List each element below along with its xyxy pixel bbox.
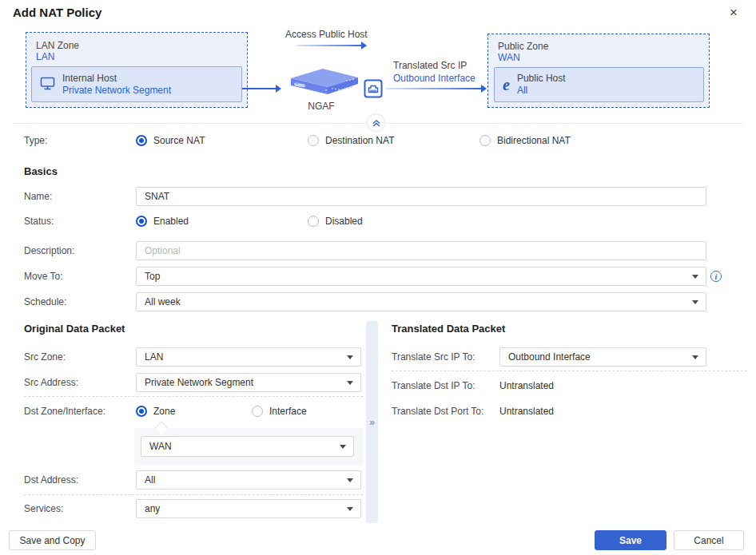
device-to-public-arrow [386, 88, 485, 89]
src-zone-value: LAN [145, 351, 163, 363]
save-and-copy-button[interactable]: Save and Copy [9, 530, 96, 550]
radio-disabled[interactable]: Disabled [308, 215, 363, 228]
dst-zone-interface-label: Dst Zone/Interface: [24, 406, 105, 417]
services-select[interactable]: any [136, 499, 361, 518]
lan-to-device-arrow [242, 88, 280, 89]
callout-notch [155, 422, 169, 435]
name-input[interactable] [136, 187, 706, 206]
description-input[interactable] [136, 241, 706, 260]
name-label: Name: [24, 191, 52, 202]
translate-dst-port-value: Untranslated [499, 406, 554, 417]
schedule-select[interactable]: All week [136, 292, 706, 311]
radio-destination-nat[interactable]: Destination NAT [308, 134, 394, 147]
device-label: NGAF [278, 101, 364, 112]
close-icon[interactable]: × [730, 6, 738, 19]
ngaf-device-illustration [280, 67, 363, 103]
ethernet-port-icon [364, 79, 383, 101]
src-zone-label: Src Zone: [24, 351, 66, 363]
radio-zone[interactable]: Zone [136, 405, 175, 418]
cancel-button[interactable]: Cancel [674, 530, 744, 550]
internal-host-box: Internal Host Private Network Segment [31, 66, 242, 102]
internal-host-title: Internal Host [62, 73, 171, 85]
move-to-label: Move To: [24, 271, 62, 282]
src-address-label: Src Address: [24, 377, 78, 388]
translate-src-ip-label: Translate Src IP To: [392, 351, 475, 363]
translate-dst-ip-label: Translate Dst IP To: [392, 380, 475, 391]
src-address-value: Private Network Segment [145, 377, 253, 388]
translate-src-ip-value: Outbound Interface [508, 351, 591, 363]
src-zone-select[interactable]: LAN [136, 347, 361, 367]
move-to-value: Top [145, 271, 160, 282]
radio-icon [136, 135, 147, 146]
translate-dst-ip-value: Untranslated [499, 380, 554, 391]
radio-icon [308, 135, 319, 146]
chevron-double-up-icon [372, 118, 381, 128]
public-host-name: All [517, 85, 566, 97]
radio-label: Zone [153, 406, 175, 417]
status-label: Status: [24, 216, 54, 227]
dst-address-value: All [145, 474, 155, 486]
section-dashed-divider [24, 396, 363, 397]
radio-icon [479, 135, 491, 146]
radio-icon [252, 406, 263, 417]
translate-dst-port-label: Translate Dst Port To: [392, 406, 483, 417]
services-value: any [145, 503, 160, 514]
section-dashed-divider [392, 371, 747, 371]
src-address-select[interactable]: Private Network Segment [136, 373, 361, 392]
browser-e-icon: e [503, 77, 510, 93]
type-label: Type: [24, 135, 47, 146]
public-host-title: Public Host [517, 73, 566, 85]
radio-label: Disabled [325, 216, 363, 227]
public-host-box: e Public Host All [494, 67, 704, 102]
translate-src-ip-select[interactable]: Outbound Interface [499, 347, 706, 367]
access-public-host-arrow [296, 45, 365, 46]
radio-interface[interactable]: Interface [252, 405, 307, 418]
translated-data-packet-heading: Translated Data Packet [392, 323, 505, 335]
dst-zone-value: WAN [149, 441, 172, 452]
move-to-select[interactable]: Top [136, 267, 706, 286]
radio-label: Destination NAT [325, 135, 394, 146]
radio-enabled[interactable]: Enabled [136, 215, 189, 228]
zone-select-callout: WAN [134, 428, 364, 466]
original-data-packet-heading: Original Data Packet [24, 323, 125, 335]
translated-src-ip-label: Translated Src IP [393, 60, 467, 71]
radio-source-nat[interactable]: Source NAT [136, 134, 205, 147]
radio-icon [308, 216, 319, 227]
dst-address-select[interactable]: All [136, 470, 361, 490]
dst-address-label: Dst Address: [24, 474, 78, 486]
basics-heading: Basics [24, 165, 58, 177]
section-dashed-divider [24, 494, 363, 495]
info-icon[interactable]: i [710, 271, 722, 282]
radio-bidirectional-nat[interactable]: Bidirectional NAT [479, 134, 571, 147]
collapse-diagram-button[interactable] [367, 113, 385, 132]
dst-zone-select[interactable]: WAN [141, 436, 354, 457]
save-button[interactable]: Save [595, 530, 666, 550]
description-label: Description: [24, 245, 74, 256]
schedule-value: All week [145, 296, 181, 307]
chevron-double-right-icon: » [369, 416, 375, 428]
access-public-host-label: Access Public Host [285, 29, 368, 40]
services-label: Services: [24, 503, 63, 514]
lan-zone-title: LAN Zone [36, 40, 79, 51]
radio-label: Source NAT [153, 135, 205, 146]
monitor-icon [40, 77, 55, 93]
lan-zone-name: LAN [36, 51, 54, 62]
radio-label: Bidirectional NAT [497, 135, 571, 146]
page-title: Add NAT Policy [13, 6, 101, 19]
schedule-label: Schedule: [24, 296, 66, 307]
internal-host-name: Private Network Segment [62, 85, 171, 97]
lan-zone-box: LAN Zone LAN Internal Host Private Netwo… [26, 32, 248, 108]
public-zone-title: Public Zone [498, 41, 548, 52]
expand-panel-handle[interactable]: » [366, 321, 378, 523]
add-nat-policy-dialog: Add NAT Policy × LAN Zone LAN Internal H… [0, 0, 756, 555]
radio-icon [136, 216, 147, 227]
radio-label: Interface [269, 406, 307, 417]
radio-icon [136, 406, 147, 417]
public-zone-box: Public Zone WAN e Public Host All [487, 34, 710, 108]
translated-src-ip-value: Outbound Interface [393, 73, 475, 84]
radio-label: Enabled [153, 216, 189, 227]
public-zone-name: WAN [498, 52, 520, 63]
